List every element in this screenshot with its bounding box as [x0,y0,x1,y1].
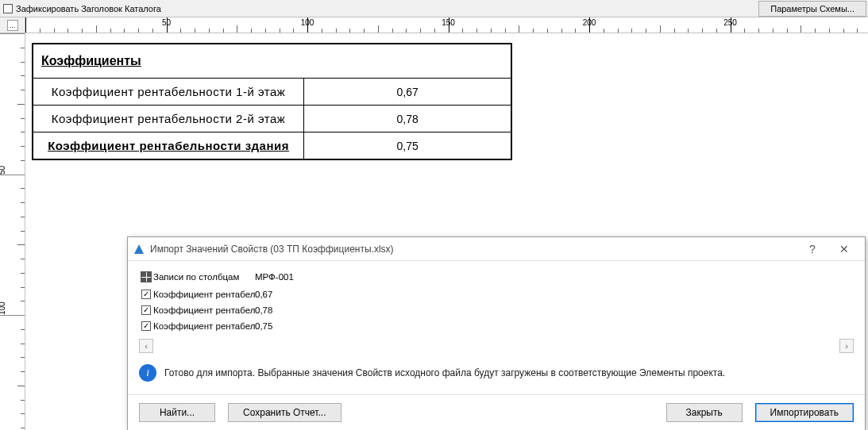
coefficient-name: Коэффициент рентабельности здания [33,132,304,160]
import-row-value: 0,78 [255,305,303,315]
coefficient-name: Коэффициент рентабельности 2-й этаж [33,106,304,132]
ruler-label: 150 [442,18,455,27]
row-checkbox[interactable] [139,290,153,299]
import-row-name: Коэффициент рентабел [153,321,255,331]
import-row: Коэффициент рентабел0,67 [139,286,854,302]
ruler-label: 200 [583,18,596,27]
checkbox-icon [141,290,151,299]
ruler-row: ... 50100150200250 [0,17,868,33]
ruler-options-button[interactable]: ... [7,20,18,31]
dialog-titlebar[interactable]: Импорт Значений Свойств (03 ТП Коэффицие… [128,237,865,261]
scroll-right-button[interactable]: › [839,339,854,353]
ruler-label: 250 [723,18,737,27]
coefficient-name: Коэффициент рентабельности 1-й этаж [33,79,304,106]
save-report-button[interactable]: Сохранить Отчет... [228,403,341,422]
scheme-params-button[interactable]: Параметры Схемы... [758,1,866,17]
coefficient-value: 0,67 [304,79,511,106]
vertical-ruler[interactable]: 50100 [0,33,25,430]
coefficients-table: Коэффициенты Коэффициент рентабельности … [32,43,512,160]
fix-catalog-header-label: Зафиксировать Заголовок Каталога [16,4,161,13]
row-checkbox[interactable] [139,305,153,315]
import-grid-header: Записи по столбцам МРФ-001 [139,269,854,285]
info-row: i Готово для импорта. Выбранные значения… [139,359,854,390]
dialog-button-row: Найти... Сохранить Отчет... Закрыть Импо… [128,394,865,430]
top-toolbar: Зафиксировать Заголовок Каталога Парамет… [0,0,868,17]
columns-icon [139,271,153,282]
table-header: Коэффициенты [33,44,511,79]
ruler-label: 100 [301,18,314,27]
header-col-records: Записи по столбцам [153,272,255,282]
close-icon[interactable]: ✕ [828,238,860,260]
import-row: Коэффициент рентабел0,78 [139,302,854,318]
checkbox-icon [141,305,151,315]
table-row: Коэффициент рентабельности 1-й этаж0,67 [33,79,511,106]
checkbox-icon [3,4,13,13]
ruler-label: 50 [0,165,6,174]
dialog-title-text: Импорт Значений Свойств (03 ТП Коэффицие… [150,244,394,255]
close-button[interactable]: Закрыть [666,403,743,422]
import-row-name: Коэффициент рентабел [153,305,255,315]
info-icon: i [139,364,156,382]
fix-catalog-header-checkbox[interactable]: Зафиксировать Заголовок Каталога [3,4,161,13]
header-col-id: МРФ-001 [255,272,303,282]
import-button[interactable]: Импортировать [755,403,854,422]
dialog-body: Записи по столбцам МРФ-001 Коэффициент р… [128,261,865,394]
import-dialog: Импорт Значений Свойств (03 ТП Коэффицие… [127,236,866,430]
ruler-label: 50 [162,18,171,27]
ruler-corner: ... [0,17,25,33]
ruler-label: 100 [0,301,6,315]
find-button[interactable]: Найти... [139,403,215,422]
import-row-name: Коэффициент рентабел [153,290,255,299]
help-button[interactable]: ? [797,238,828,260]
scroll-left-button[interactable]: ‹ [139,339,153,353]
horizontal-ruler[interactable]: 50100150200250 [25,17,868,33]
checkbox-icon [141,321,151,331]
table-row: Коэффициент рентабельности здания0,75 [33,132,511,160]
horizontal-scroll: ‹ › [139,334,854,359]
import-row: Коэффициент рентабел0,75 [139,318,854,334]
import-row-value: 0,75 [255,321,303,331]
table-row: Коэффициент рентабельности 2-й этаж0,78 [33,106,511,132]
coefficient-value: 0,78 [304,106,511,132]
info-text: Готово для импорта. Выбранные значения С… [164,367,725,378]
import-row-value: 0,67 [255,290,303,299]
app-icon [133,243,145,255]
svg-marker-0 [134,244,144,254]
row-checkbox[interactable] [139,321,153,331]
coefficient-value: 0,75 [304,132,511,160]
